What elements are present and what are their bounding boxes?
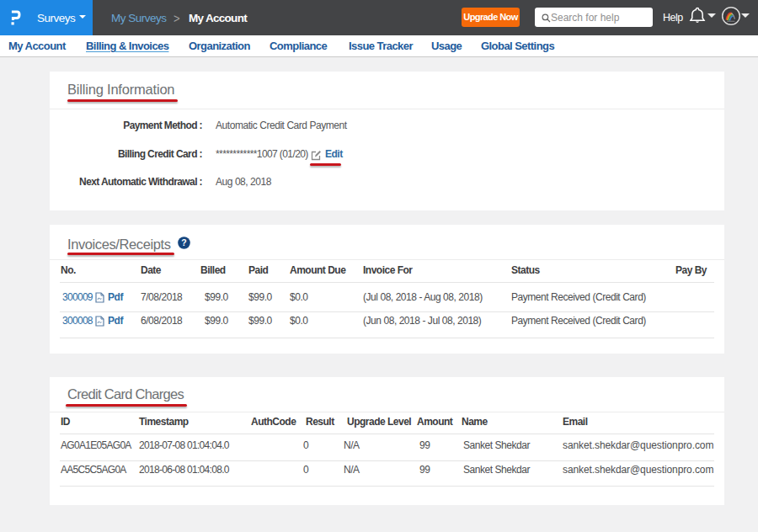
svg-text:?: ? — [181, 237, 186, 247]
